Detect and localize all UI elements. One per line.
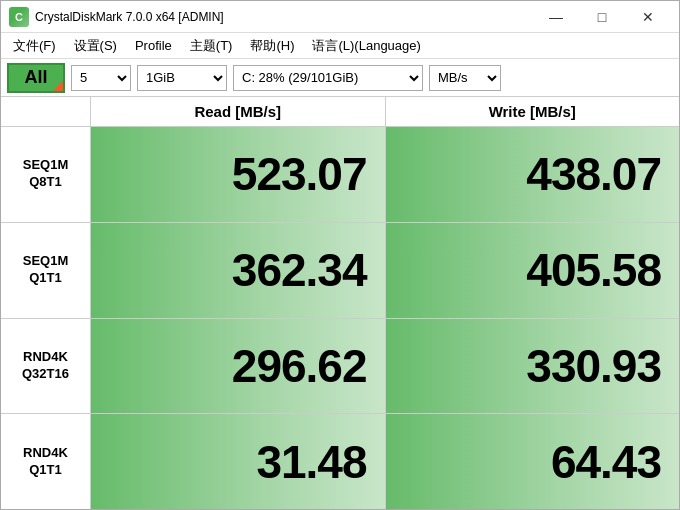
write-value-seq1m-q8t1: 438.07 xyxy=(526,147,661,201)
row-label-rnd4k-q1t1: RND4KQ1T1 xyxy=(1,414,91,509)
drive-select[interactable]: C: 28% (29/101GiB) xyxy=(233,65,423,91)
all-button[interactable]: All xyxy=(7,63,65,93)
rw-header: Read [MB/s] Write [MB/s] xyxy=(1,97,679,127)
menu-profile[interactable]: Profile xyxy=(127,36,180,55)
write-value-rnd4k-q1t1: 64.43 xyxy=(551,435,661,489)
read-value-rnd4k-q1t1: 31.48 xyxy=(256,435,366,489)
row-write-rnd4k-q32t16: 330.93 xyxy=(386,319,680,414)
data-row-rnd4k-q32t16: RND4KQ32T16 296.62 330.93 xyxy=(1,319,679,415)
row-read-rnd4k-q1t1: 31.48 xyxy=(91,414,386,509)
title-bar: C CrystalDiskMark 7.0.0 x64 [ADMIN] — □ … xyxy=(1,1,679,33)
read-value-rnd4k-q32t16: 296.62 xyxy=(232,339,367,393)
menu-bar: 文件(F) 设置(S) Profile 主题(T) 帮助(H) 语言(L)(La… xyxy=(1,33,679,59)
write-header: Write [MB/s] xyxy=(386,97,680,126)
data-row-seq1m-q1t1: SEQ1MQ1T1 362.34 405.58 xyxy=(1,223,679,319)
row-read-seq1m-q8t1: 523.07 xyxy=(91,127,386,222)
row-read-rnd4k-q32t16: 296.62 xyxy=(91,319,386,414)
row-write-rnd4k-q1t1: 64.43 xyxy=(386,414,680,509)
write-value-rnd4k-q32t16: 330.93 xyxy=(526,339,661,393)
row-label-seq1m-q8t1: SEQ1MQ8T1 xyxy=(1,127,91,222)
window-title: CrystalDiskMark 7.0.0 x64 [ADMIN] xyxy=(35,10,533,24)
maximize-button[interactable]: □ xyxy=(579,1,625,33)
toolbar: All 5 1GiB C: 28% (29/101GiB) MB/s xyxy=(1,59,679,97)
row-label-rnd4k-q32t16: RND4KQ32T16 xyxy=(1,319,91,414)
app-window: C CrystalDiskMark 7.0.0 x64 [ADMIN] — □ … xyxy=(0,0,680,510)
unit-select[interactable]: MB/s xyxy=(429,65,501,91)
read-value-seq1m-q8t1: 523.07 xyxy=(232,147,367,201)
close-button[interactable]: ✕ xyxy=(625,1,671,33)
minimize-button[interactable]: — xyxy=(533,1,579,33)
app-icon: C xyxy=(9,7,29,27)
row-read-seq1m-q1t1: 362.34 xyxy=(91,223,386,318)
size-select[interactable]: 1GiB xyxy=(137,65,227,91)
menu-theme[interactable]: 主题(T) xyxy=(182,35,241,57)
read-header: Read [MB/s] xyxy=(91,97,386,126)
window-controls: — □ ✕ xyxy=(533,1,671,33)
write-value-seq1m-q1t1: 405.58 xyxy=(526,243,661,297)
row-write-seq1m-q8t1: 438.07 xyxy=(386,127,680,222)
read-value-seq1m-q1t1: 362.34 xyxy=(232,243,367,297)
row-label-seq1m-q1t1: SEQ1MQ1T1 xyxy=(1,223,91,318)
menu-help[interactable]: 帮助(H) xyxy=(242,35,302,57)
menu-settings[interactable]: 设置(S) xyxy=(66,35,125,57)
data-row-rnd4k-q1t1: RND4KQ1T1 31.48 64.43 xyxy=(1,414,679,509)
data-row-seq1m-q8t1: SEQ1MQ8T1 523.07 438.07 xyxy=(1,127,679,223)
data-area: SEQ1MQ8T1 523.07 438.07 SEQ1MQ1T1 362.34… xyxy=(1,127,679,509)
label-col-header xyxy=(1,97,91,126)
menu-file[interactable]: 文件(F) xyxy=(5,35,64,57)
row-write-seq1m-q1t1: 405.58 xyxy=(386,223,680,318)
menu-language[interactable]: 语言(L)(Language) xyxy=(304,35,428,57)
count-select[interactable]: 5 xyxy=(71,65,131,91)
